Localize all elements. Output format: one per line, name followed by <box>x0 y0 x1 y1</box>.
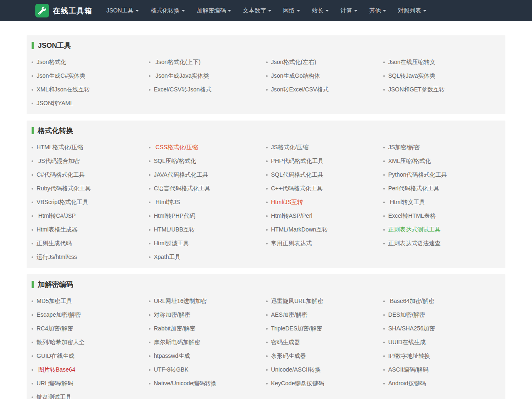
tool-link[interactable]: 运行Js/html/css <box>37 254 77 261</box>
tool-link[interactable]: 键盘测试工具 <box>37 394 71 399</box>
tool-link[interactable]: Html转义工具 <box>388 199 425 206</box>
tool-link[interactable]: JS代码混合加密 <box>37 158 80 165</box>
tool-link[interactable]: Json格式化(上下) <box>154 59 201 66</box>
chevron-down-icon <box>325 10 329 12</box>
nav-menu-format-convert[interactable]: 格式化转换 <box>145 0 191 21</box>
tool-link[interactable]: JS格式化/压缩 <box>271 144 308 151</box>
bullet-dot-icon <box>383 160 385 162</box>
tool-link[interactable]: IP/数字地址转换 <box>388 352 430 360</box>
nav-menu-others[interactable]: 其他 <box>363 0 392 21</box>
tool-link[interactable]: Json在线压缩转义 <box>388 59 436 66</box>
tool-link[interactable]: HTML格式化/压缩 <box>37 144 83 151</box>
tool-link[interactable]: Escape加密/解密 <box>37 311 81 319</box>
chevron-down-icon <box>383 10 386 12</box>
tool-link[interactable]: Base64加密/解密 <box>388 298 434 305</box>
nav-menu-calculate[interactable]: 计算 <box>335 0 363 21</box>
tool-link[interactable]: MD5加密工具 <box>37 298 72 305</box>
tool-link[interactable]: SQL压缩/格式化 <box>154 158 196 165</box>
tool-link[interactable]: HTML/MarkDown互转 <box>271 226 328 234</box>
brand-link[interactable]: 在线工具箱 <box>35 4 92 17</box>
tool-link[interactable]: HTML/UBB互转 <box>154 226 195 234</box>
tool-link[interactable]: Perl代码格式化工具 <box>388 185 439 192</box>
tool-link[interactable]: 图片转Base64 <box>37 366 75 374</box>
tool-link[interactable]: SQL代码格式化工具 <box>271 171 323 179</box>
tool-link[interactable]: 散列/哈希加密大全 <box>37 339 85 346</box>
tool-link[interactable]: CSS格式化/压缩 <box>154 144 198 151</box>
tool-link[interactable]: XML压缩/格式化 <box>388 158 431 165</box>
tool-link[interactable]: Html表格生成器 <box>37 226 78 234</box>
tool-link[interactable]: UTF-8转GBK <box>154 366 188 374</box>
tool-link[interactable]: PHP代码格式化工具 <box>271 158 324 165</box>
tool-link[interactable]: C++代码格式化工具 <box>271 185 323 192</box>
tool-link[interactable]: Html转PHP代码 <box>154 212 195 220</box>
tool-link[interactable]: Json生成Java实体类 <box>154 72 209 80</box>
tool-link[interactable]: Html过滤工具 <box>154 240 189 247</box>
tool-link[interactable]: Unicode/ASCII转换 <box>271 366 321 374</box>
tool-link[interactable]: Json格式化(左右) <box>271 59 316 66</box>
tool-link[interactable]: 正则表达式测试工具 <box>388 226 441 234</box>
nav-menu-json-tools[interactable]: JSON工具 <box>101 0 145 21</box>
tool-link[interactable]: TripleDES加密/解密 <box>271 325 322 332</box>
tool-link[interactable]: htpasswd生成 <box>154 352 190 360</box>
tool-link[interactable]: KeyCode键盘按键码 <box>271 380 324 387</box>
tool-link[interactable]: ASCII编码/解码 <box>388 366 428 374</box>
tool-link[interactable]: AES加密/解密 <box>271 311 308 319</box>
tool-list-item: JS格式化/压缩 <box>266 140 383 154</box>
tool-list-item: 常用正则表达式 <box>266 236 383 250</box>
tool-link[interactable]: 条形码生成器 <box>271 352 306 360</box>
tool-link[interactable]: 摩尔斯电码加解密 <box>154 339 200 346</box>
tool-link[interactable]: Android按键码 <box>388 380 426 387</box>
tool-link[interactable]: Native/Unicode编码转换 <box>154 380 217 387</box>
tool-link[interactable]: Rabbit加密/解密 <box>154 325 195 332</box>
tool-list-item: DES加密/解密 <box>383 308 500 322</box>
tool-link[interactable]: Html转ASP/Perl <box>271 212 313 220</box>
tool-link[interactable]: Html转JS <box>154 199 180 206</box>
nav-menu-text-number[interactable]: 文本数字 <box>237 0 277 21</box>
tool-link[interactable]: C#代码格式化工具 <box>37 171 85 179</box>
tool-link[interactable]: UUID在线生成 <box>388 339 426 346</box>
tool-list-item: Json生成Java实体类 <box>149 69 266 83</box>
nav-menu-reference-list[interactable]: 对照列表 <box>392 0 432 21</box>
tool-link[interactable]: SQL转Java实体类 <box>388 72 436 80</box>
tool-link[interactable]: Json格式化 <box>37 59 66 66</box>
tool-link[interactable]: Json生成C#实体类 <box>37 72 85 80</box>
tool-link[interactable]: JSON和GET参数互转 <box>388 86 445 94</box>
tool-link[interactable]: 常用正则表达式 <box>271 240 312 247</box>
tool-list-item: Html转ASP/Perl <box>266 209 383 223</box>
tool-link[interactable]: JAVA代码格式化工具 <box>154 171 208 179</box>
tool-link[interactable]: SHA/SHA256加密 <box>388 325 435 332</box>
tool-link[interactable]: DES加密/解密 <box>388 311 425 319</box>
tool-link[interactable]: GUID在线生成 <box>37 352 74 360</box>
nav-menu-encrypt-encode[interactable]: 加解密编码 <box>191 0 237 21</box>
tool-link[interactable]: Python代码格式化工具 <box>388 171 447 179</box>
tool-list-item: Xpath工具 <box>149 250 266 264</box>
bullet-dot-icon <box>266 62 268 63</box>
tool-link[interactable]: Json转Excel/CSV格式 <box>271 86 328 94</box>
tool-link[interactable]: Excel/CSV转Json格式 <box>154 86 211 94</box>
tool-link[interactable]: Json生成Go结构体 <box>271 72 320 80</box>
tool-link[interactable]: VBScript格式化工具 <box>37 199 88 206</box>
tool-link[interactable]: Html转C#/JSP <box>37 212 76 220</box>
nav-menu-item: 站长 <box>306 0 335 21</box>
tool-link[interactable]: 正则表达式语法速查 <box>388 240 441 247</box>
tool-link[interactable]: URL编码/解码 <box>37 380 73 387</box>
tool-link[interactable]: Html/JS互转 <box>271 199 303 206</box>
tool-link[interactable]: JSON转YAML <box>37 100 73 107</box>
tool-link[interactable]: URL网址16进制加密 <box>154 298 207 305</box>
tool-link[interactable]: 对称加密/解密 <box>154 311 190 319</box>
nav-menu-webmaster[interactable]: 站长 <box>306 0 335 21</box>
tool-link[interactable]: Ruby代码格式化工具 <box>37 185 91 192</box>
tool-link[interactable]: 密码生成器 <box>271 339 300 346</box>
nav-menu-item: 加解密编码 <box>191 0 237 21</box>
tool-link[interactable]: XML和Json在线互转 <box>37 86 90 94</box>
nav-menu-network[interactable]: 网络 <box>277 0 306 21</box>
tool-link[interactable]: Excel转HTML表格 <box>388 212 436 220</box>
tool-link[interactable]: Xpath工具 <box>154 254 181 261</box>
chevron-down-icon <box>297 10 300 12</box>
tool-link[interactable]: JS加密/解密 <box>388 144 420 151</box>
tool-link[interactable]: RC4加密/解密 <box>37 325 73 332</box>
tool-link[interactable]: 正则生成代码 <box>37 240 71 247</box>
tool-list-item: URL网址16进制加密 <box>149 294 266 308</box>
tool-link[interactable]: C语言代码格式化工具 <box>154 185 210 192</box>
tool-link[interactable]: 迅雷旋风URL加解密 <box>271 298 323 305</box>
